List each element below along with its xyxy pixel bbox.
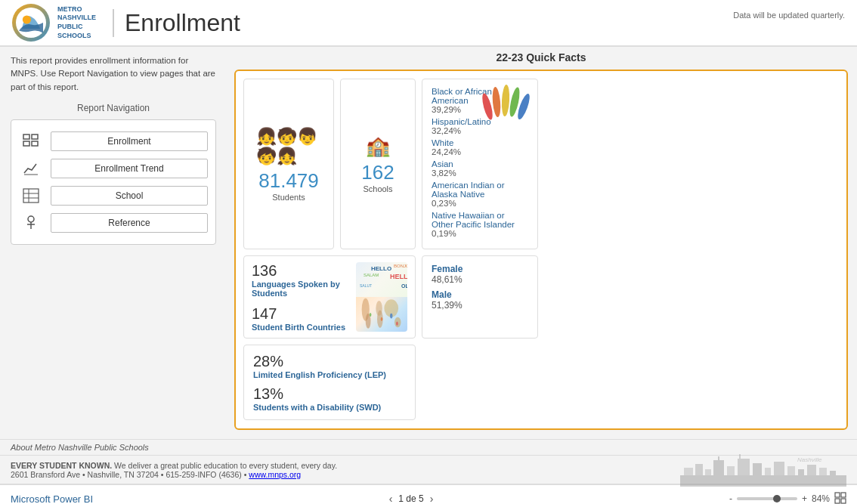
gender-section: Female 48,61% Male 51,39% xyxy=(422,255,538,339)
swd-stat: 13% Students with a Disability (SWD) xyxy=(253,385,406,412)
nav-box: Enrollment Enrollment Trend xyxy=(11,119,216,245)
logo-area: METRO NASHVILLE PUBLIC SCHOOLS Enrollmen… xyxy=(12,4,240,42)
powerbi-link[interactable]: Microsoft Power BI xyxy=(11,493,93,505)
svg-rect-30 xyxy=(684,468,693,475)
enrollment-trend-button[interactable]: Enrollment Trend xyxy=(51,159,208,178)
svg-point-26 xyxy=(390,314,392,319)
svg-point-28 xyxy=(396,322,398,326)
website-link[interactable]: www.mnps.org xyxy=(249,470,301,479)
school-icon-row: 🏫 xyxy=(366,135,390,158)
svg-rect-7 xyxy=(23,189,39,203)
svg-rect-48 xyxy=(841,493,846,497)
page-title: Enrollment xyxy=(113,9,240,37)
svg-rect-4 xyxy=(23,141,29,146)
pagination: ‹ 1 de 5 › xyxy=(389,493,434,504)
nav-item-school[interactable]: School xyxy=(19,185,208,206)
footer-main: EVERY STUDENT KNOWN. We deliver a great … xyxy=(0,455,857,484)
languages-text: 136 Languages Spoken by Students 147 Stu… xyxy=(252,262,350,332)
nav-item-trend[interactable]: Enrollment Trend xyxy=(19,158,208,179)
next-page-button[interactable]: › xyxy=(430,493,434,504)
nav-item-enrollment[interactable]: Enrollment xyxy=(19,131,208,152)
gender-female: Female 48,61% xyxy=(432,264,528,285)
svg-rect-47 xyxy=(835,493,840,497)
svg-rect-49 xyxy=(835,499,840,503)
race-item-nhopi: Native Hawaiian or Other Pacific Islande… xyxy=(432,211,528,238)
svg-rect-5 xyxy=(32,141,38,146)
main-area: This report provides enrollment informat… xyxy=(0,47,857,439)
svg-rect-29 xyxy=(680,475,846,487)
bot-right-section xyxy=(422,345,538,420)
svg-text:Nashville: Nashville xyxy=(797,456,822,463)
svg-point-25 xyxy=(381,317,383,321)
zoom-minus[interactable]: - xyxy=(729,493,732,504)
person-icon xyxy=(19,212,43,233)
logo-circle xyxy=(12,4,50,42)
school-button[interactable]: School xyxy=(51,186,208,206)
bot-left-section: 28% Limited English Proficiency (LEP) 13… xyxy=(243,345,416,420)
race-section: Black or African American 39,29% Hispani… xyxy=(422,79,538,249)
table-icon xyxy=(19,185,43,206)
content-area: 22-23 Quick Facts 👧🧒👦🧒👧 81.479 Students xyxy=(227,47,857,439)
wordcloud-map-area: HELLO BONJOUR HOLA SALAM HELLO CIAO GUT … xyxy=(356,262,407,332)
svg-rect-31 xyxy=(695,464,703,475)
qf-grid: 👧🧒👦🧒👧 81.479 Students 🏫 162 Schools xyxy=(243,79,538,420)
expand-icon[interactable] xyxy=(834,492,846,505)
schools-label: Schools xyxy=(363,184,392,193)
reference-button[interactable]: Reference xyxy=(51,213,208,233)
header: METRO NASHVILLE PUBLIC SCHOOLS Enrollmen… xyxy=(0,0,857,47)
quick-facts-title: 22-23 Quick Facts xyxy=(234,51,848,63)
svg-rect-38 xyxy=(753,463,762,475)
students-number: 81.479 xyxy=(258,169,319,193)
svg-rect-50 xyxy=(841,499,846,503)
lep-stat: 28% Limited English Proficiency (LEP) xyxy=(253,353,406,379)
zoom-plus[interactable]: + xyxy=(802,493,807,504)
footer-address: EVERY STUDENT KNOWN. We deliver a great … xyxy=(11,461,337,479)
svg-point-27 xyxy=(370,313,372,317)
students-icons: 👧🧒👦🧒👧 xyxy=(256,127,321,166)
trend-icon xyxy=(19,158,43,179)
svg-rect-43 xyxy=(807,465,816,475)
race-item-white: White 24,24% xyxy=(432,138,528,156)
about-link[interactable]: About Metro Nashville Public Schools xyxy=(11,443,149,452)
race-item-aian: American Indian or Alaska Native 0,23% xyxy=(432,181,528,208)
mid-left-section: 136 Languages Spoken by Students 147 Stu… xyxy=(243,255,416,339)
page-info: 1 de 5 xyxy=(398,493,423,504)
quick-facts-container: 👧🧒👦🧒👧 81.479 Students 🏫 162 Schools xyxy=(234,70,848,430)
zoom-controls: - + 84% xyxy=(729,492,846,505)
svg-rect-45 xyxy=(830,471,836,475)
schools-number: 162 xyxy=(361,161,394,184)
sidebar: This report provides enrollment informat… xyxy=(0,47,227,439)
enrollment-button[interactable]: Enrollment xyxy=(51,131,208,151)
svg-rect-44 xyxy=(819,468,827,475)
svg-rect-41 xyxy=(787,466,795,475)
logo-text: METRO NASHVILLE PUBLIC SCHOOLS xyxy=(57,5,96,41)
svg-point-11 xyxy=(28,216,34,222)
svg-rect-42 xyxy=(798,469,804,475)
svg-rect-37 xyxy=(739,454,741,459)
svg-rect-39 xyxy=(765,468,771,475)
schools-card: 🏫 162 Schools xyxy=(340,79,416,249)
zoom-slider[interactable] xyxy=(737,497,797,500)
hands-icon xyxy=(478,84,533,131)
top-left-section: 👧🧒👦🧒👧 81.479 Students 🏫 162 Schools xyxy=(243,79,416,249)
svg-rect-35 xyxy=(727,466,735,475)
intro-text: This report provides enrollment informat… xyxy=(11,54,216,94)
svg-rect-33 xyxy=(713,460,724,475)
svg-rect-36 xyxy=(738,459,750,475)
svg-point-15 xyxy=(491,87,501,118)
nav-title: Report Navigation xyxy=(11,103,216,113)
update-note: Data will be updated quarterly. xyxy=(733,11,845,20)
footer-skyline: Nashville xyxy=(680,453,846,487)
svg-rect-34 xyxy=(718,456,719,460)
race-item-asian: Asian 3,82% xyxy=(432,159,528,178)
svg-rect-32 xyxy=(705,469,711,475)
nav-item-reference[interactable]: Reference xyxy=(19,212,208,233)
svg-point-14 xyxy=(481,92,495,120)
svg-point-1 xyxy=(23,15,31,23)
zoom-percent: 84% xyxy=(812,493,830,504)
svg-rect-3 xyxy=(32,135,38,139)
prev-page-button[interactable]: ‹ xyxy=(389,493,393,504)
svg-point-16 xyxy=(501,85,510,116)
bottom-bar: Microsoft Power BI ‹ 1 de 5 › - + 84% xyxy=(0,484,857,504)
students-label: Students xyxy=(272,193,305,202)
